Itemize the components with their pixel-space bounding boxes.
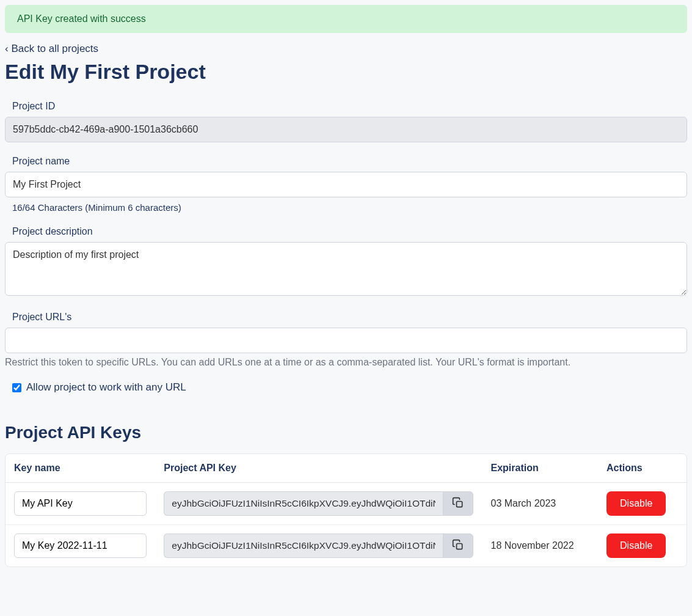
copy-button[interactable] <box>443 534 473 558</box>
allow-any-url-checkbox[interactable] <box>12 383 21 392</box>
allow-any-url-label: Allow project to work with any URL <box>26 381 186 394</box>
table-row: 18 November 2022Disable <box>5 525 687 567</box>
project-name-label: Project name <box>5 156 687 167</box>
project-id-label: Project ID <box>5 101 687 112</box>
key-name-field[interactable] <box>14 491 147 516</box>
project-name-field[interactable] <box>5 172 687 197</box>
col-key-header: Project API Key <box>155 454 482 483</box>
copy-icon <box>452 539 464 553</box>
api-keys-table: Key name Project API Key Expiration Acti… <box>5 453 687 567</box>
project-urls-label: Project URL's <box>5 312 687 323</box>
api-keys-title: Project API Keys <box>5 423 687 442</box>
disable-button[interactable]: Disable <box>606 534 666 558</box>
api-key-field[interactable] <box>164 491 443 516</box>
success-alert: API Key created with success <box>5 5 687 33</box>
col-name-header: Key name <box>5 454 155 483</box>
copy-button[interactable] <box>443 491 473 516</box>
svg-rect-0 <box>457 501 462 507</box>
api-key-field[interactable] <box>164 534 443 558</box>
project-name-help: 16/64 Characters (Minimum 6 characters) <box>5 202 687 213</box>
key-name-field[interactable] <box>14 534 147 558</box>
expiration-cell: 18 November 2022 <box>482 525 598 567</box>
project-urls-help: Restrict this token to specific URLs. Yo… <box>5 357 687 368</box>
project-urls-field[interactable] <box>5 328 687 353</box>
expiration-cell: 03 March 2023 <box>482 483 598 525</box>
col-expiration-header: Expiration <box>482 454 598 483</box>
page-title: Edit My First Project <box>5 60 687 84</box>
project-description-label: Project description <box>5 226 687 237</box>
project-description-field[interactable] <box>5 242 687 296</box>
svg-rect-1 <box>457 543 462 549</box>
table-row: 03 March 2023Disable <box>5 483 687 525</box>
col-actions-header: Actions <box>598 454 687 483</box>
back-link[interactable]: ‹ Back to all projects <box>5 43 687 55</box>
disable-button[interactable]: Disable <box>606 491 666 516</box>
project-id-field <box>5 117 687 142</box>
copy-icon <box>452 497 464 511</box>
